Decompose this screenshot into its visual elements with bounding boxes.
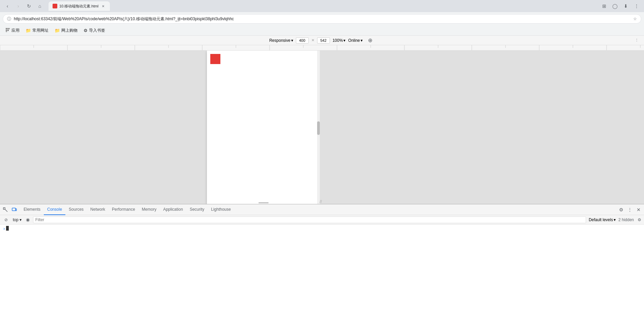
- folder-icon-1: 📁: [26, 28, 31, 33]
- console-cursor: [6, 226, 9, 231]
- console-body[interactable]: ›: [0, 225, 644, 324]
- svg-rect-1: [7, 28, 9, 29]
- tab-title: 10.移动端拖动元素.html: [59, 4, 98, 9]
- scrollbar-thumb[interactable]: [317, 121, 320, 135]
- svg-rect-28: [12, 208, 16, 211]
- responsive-right-icons: ⋮: [632, 36, 641, 45]
- svg-rect-4: [7, 30, 9, 31]
- browser-window: ‹ › ↻ ⌂ 10.移动端拖动元素.html ✕ ⊞ ◯ ⬇ ⋮ ⓘ ☆ ​: [0, 0, 644, 324]
- svg-rect-29: [16, 209, 17, 211]
- devtools-tab-sources[interactable]: Sources: [65, 204, 87, 215]
- online-arrow: ▾: [361, 38, 363, 43]
- home-button[interactable]: ⌂: [35, 1, 44, 11]
- devtools-tab-application[interactable]: Application: [160, 204, 186, 215]
- tab-close-button[interactable]: ✕: [100, 3, 106, 9]
- red-draggable-square[interactable]: [210, 54, 220, 64]
- address-bar[interactable]: ⓘ ☆: [3, 14, 641, 24]
- devtools-tab-bar: ElementsConsoleSourcesNetworkPerformance…: [0, 204, 644, 215]
- devtools-more-button[interactable]: ⋮: [626, 206, 634, 214]
- width-input[interactable]: [296, 37, 309, 43]
- devtools-tab-elements[interactable]: Elements: [20, 204, 44, 215]
- responsive-settings-button[interactable]: ⋮: [632, 36, 641, 45]
- tab-bar: ‹ › ↻ ⌂ 10.移动端拖动元素.html ✕ ⊞ ◯ ⬇ ⋮: [0, 0, 644, 12]
- profile-button[interactable]: ◯: [610, 1, 620, 11]
- svg-rect-0: [6, 28, 7, 29]
- devtools-tab-console[interactable]: Console: [44, 204, 65, 215]
- devtools-close-button[interactable]: ✕: [635, 206, 643, 214]
- bookmark-icon: ☆: [633, 17, 637, 21]
- frame-resize-handle[interactable]: [207, 201, 320, 204]
- gear-icon: ⚙: [84, 28, 88, 33]
- online-dropdown[interactable]: Online ▾: [348, 38, 363, 43]
- secure-icon: ⓘ: [7, 16, 11, 22]
- import-label: 导入书签: [89, 28, 105, 33]
- folder-icon-2: 📁: [55, 28, 60, 33]
- console-settings-icon[interactable]: ⚙: [637, 217, 642, 223]
- console-no-entry-icon[interactable]: ⊘: [2, 216, 10, 224]
- ruler-svg: [0, 45, 644, 50]
- default-levels-arrow: ▾: [614, 217, 616, 222]
- inspect-element-button[interactable]: [1, 206, 9, 214]
- apps-label: 应用: [11, 28, 20, 33]
- browser-tab[interactable]: 10.移动端拖动元素.html ✕: [49, 1, 110, 11]
- svg-rect-26: [3, 208, 5, 209]
- console-toolbar: ⊘ top ▾ ◉ Default levels ▾ 2 hidden ⚙: [0, 215, 644, 225]
- context-arrow: ▾: [20, 217, 22, 222]
- bookmark-import[interactable]: ⚙ 导入书签: [81, 26, 108, 35]
- reload-button[interactable]: ↻: [24, 1, 34, 11]
- devtools-tab-network[interactable]: Network: [87, 204, 109, 215]
- tab-bar-right-icons: ⊞ ◯ ⬇ ⋮: [600, 1, 641, 11]
- svg-rect-2: [9, 28, 10, 29]
- console-eye-button[interactable]: ◉: [24, 216, 32, 224]
- svg-rect-5: [6, 31, 7, 32]
- devtools-settings-button[interactable]: ⚙: [617, 206, 625, 214]
- nav-buttons: ‹ › ↻ ⌂: [3, 1, 44, 11]
- devtools-right-icons: ⚙ ⋮ ✕: [617, 206, 643, 214]
- shopping-label: 网上购物: [61, 28, 78, 33]
- url-input[interactable]: [14, 17, 631, 21]
- zoom-dropdown[interactable]: 100% ▾: [333, 38, 346, 43]
- devtools-panel: ElementsConsoleSourcesNetworkPerformance…: [0, 204, 644, 324]
- bookmark-useful-sites[interactable]: 📁 常用网址: [23, 26, 51, 35]
- devtools-tab-performance[interactable]: Performance: [109, 204, 139, 215]
- responsive-dropdown[interactable]: Responsive ▾: [269, 38, 293, 43]
- dimension-separator: ✕: [311, 38, 314, 42]
- apps-icon: ​: [5, 28, 10, 33]
- context-label: top: [13, 217, 19, 222]
- context-selector[interactable]: top ▾: [11, 217, 23, 223]
- resize-corner-icon[interactable]: //: [319, 199, 322, 204]
- responsive-more-options[interactable]: ⊕: [365, 36, 375, 45]
- default-levels-dropdown[interactable]: Default levels ▾: [587, 217, 617, 223]
- extensions-button[interactable]: ⊞: [600, 1, 609, 11]
- address-bar-row: ⓘ ☆: [0, 12, 644, 26]
- resize-handle-grip: [258, 202, 269, 203]
- console-filter-input[interactable]: [33, 216, 586, 223]
- responsive-dropdown-arrow: ▾: [291, 38, 293, 43]
- bookmark-apps[interactable]: ​ 应用: [3, 26, 22, 35]
- frame-vertical-scrollbar[interactable]: [317, 51, 320, 204]
- default-levels-label: Default levels: [589, 217, 613, 222]
- bookmark-shopping[interactable]: 📁 网上购物: [52, 26, 80, 35]
- devtools-responsive-bar: Responsive ▾ ✕ 100% ▾ Online ▾ ⊕ ⋮: [0, 36, 644, 45]
- height-input[interactable]: [317, 37, 330, 43]
- tab-favicon: [53, 4, 57, 8]
- devtools-left-icons: [1, 206, 18, 214]
- forward-button[interactable]: ›: [13, 1, 23, 11]
- zoom-label: 100%: [333, 38, 343, 43]
- bookmarks-bar: ​ 应用 📁 常用网址 📁 网上购物 ⚙ 导入书签: [0, 26, 644, 36]
- preview-area: //: [0, 51, 644, 204]
- online-label: Online: [348, 38, 360, 43]
- menu-button[interactable]: ⋮: [632, 1, 641, 11]
- svg-line-27: [5, 209, 7, 212]
- hidden-count-label: 2 hidden: [618, 217, 634, 222]
- device-toggle-button[interactable]: [10, 206, 18, 214]
- devtools-tab-security[interactable]: Security: [186, 204, 208, 215]
- devtools-tab-memory[interactable]: Memory: [139, 204, 160, 215]
- devtools-tab-lighthouse[interactable]: Lighthouse: [208, 204, 234, 215]
- download-button[interactable]: ⬇: [621, 1, 631, 11]
- ruler: [0, 45, 644, 51]
- responsive-label: Responsive: [269, 38, 290, 43]
- devtools-tabs: ElementsConsoleSourcesNetworkPerformance…: [20, 204, 234, 215]
- back-button[interactable]: ‹: [3, 1, 12, 11]
- useful-sites-label: 常用网址: [32, 28, 49, 33]
